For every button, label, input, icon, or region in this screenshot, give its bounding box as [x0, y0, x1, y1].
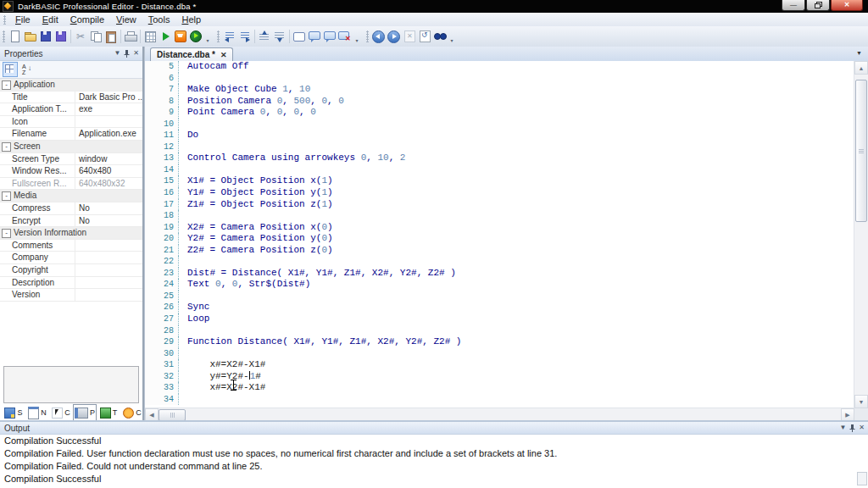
- media-grid-icon[interactable]: [142, 29, 158, 44]
- minimize-button[interactable]: —: [782, 0, 805, 11]
- panel-tab-t-4[interactable]: T: [97, 404, 120, 421]
- paste-icon[interactable]: [103, 29, 119, 44]
- property-category[interactable]: -Media: [0, 190, 142, 202]
- save-icon[interactable]: [38, 29, 53, 44]
- code-line[interactable]: 20Y2# = Camera Position y(0): [145, 233, 854, 245]
- property-value[interactable]: [75, 252, 142, 263]
- uncomment-icon[interactable]: [272, 29, 287, 44]
- toolbar-grip[interactable]: [217, 30, 220, 42]
- comment-icon[interactable]: [257, 29, 272, 44]
- restore-button[interactable]: [806, 0, 830, 11]
- code-line[interactable]: 19X2# = Camera Position x(0): [145, 222, 854, 234]
- property-value[interactable]: exe: [75, 103, 142, 115]
- open-file-icon[interactable]: [23, 29, 38, 44]
- output-close-icon[interactable]: ✕: [859, 424, 865, 431]
- code-line[interactable]: 24Text 0, 0, Str$(Dist#): [145, 279, 854, 291]
- property-row[interactable]: Application T...exe: [0, 103, 142, 116]
- code-line[interactable]: 21Z2# = Camera Position z(0): [145, 245, 854, 257]
- toolbar-overflow-icon[interactable]: ▾: [203, 28, 212, 45]
- copy-icon[interactable]: [88, 29, 103, 44]
- property-category[interactable]: -Version Information: [0, 227, 142, 240]
- find-icon[interactable]: [432, 29, 448, 44]
- property-value[interactable]: 640x480: [75, 165, 142, 177]
- scroll-up-icon[interactable]: ▲: [854, 61, 868, 75]
- menu-help[interactable]: Help: [175, 14, 207, 25]
- code-line[interactable]: 17Z1# = Object Position z(1): [145, 199, 854, 211]
- property-category[interactable]: -Screen: [0, 141, 142, 153]
- tab-close-icon[interactable]: ✕: [220, 51, 227, 59]
- property-value[interactable]: [75, 240, 142, 252]
- code-line[interactable]: 23Dist# = Distance( X1#, Y1#, Z1#, X2#, …: [145, 268, 854, 280]
- property-row[interactable]: EncryptNo: [0, 215, 142, 228]
- scroll-down-icon[interactable]: ▼: [854, 395, 868, 408]
- build-icon[interactable]: [173, 29, 188, 44]
- toolbar-overflow-icon[interactable]: ▾: [353, 28, 361, 45]
- property-row[interactable]: Copyright: [0, 264, 142, 277]
- code-line[interactable]: 6: [145, 73, 854, 85]
- property-row[interactable]: Comments: [0, 240, 142, 252]
- menu-file[interactable]: File: [9, 14, 36, 25]
- print-icon[interactable]: [123, 29, 138, 44]
- toolbar-grip[interactable]: [366, 30, 369, 42]
- sort-alphabetical-icon[interactable]: AZ↓: [20, 63, 34, 76]
- output-pin-icon[interactable]: [849, 424, 855, 432]
- property-value[interactable]: [75, 116, 142, 128]
- code-line[interactable]: 15X1# = Object Position x(1): [145, 175, 854, 187]
- save-all-icon[interactable]: [53, 29, 69, 44]
- menu-tools[interactable]: Tools: [142, 14, 176, 25]
- code-line[interactable]: 30: [145, 348, 854, 360]
- property-value[interactable]: window: [75, 153, 142, 165]
- new-file-icon[interactable]: [8, 29, 23, 44]
- code-line[interactable]: 7Make Object Cube 1, 10: [145, 84, 854, 96]
- collapse-icon[interactable]: -: [2, 229, 11, 238]
- code-line[interactable]: 31 x#=X2#-X1#: [145, 359, 854, 371]
- output-scrollbar[interactable]: [857, 472, 867, 485]
- cut-icon[interactable]: [73, 29, 88, 44]
- property-value[interactable]: [75, 264, 142, 276]
- code-editor[interactable]: 5Autocam Off67Make Object Cube 1, 108Pos…: [145, 61, 854, 408]
- property-value[interactable]: Dark Basic Pro ...: [75, 92, 142, 103]
- back-icon[interactable]: [371, 29, 387, 44]
- toolbar-overflow-icon[interactable]: ▾: [448, 28, 456, 45]
- property-value[interactable]: No: [75, 202, 142, 214]
- tab-distance-dba[interactable]: Distance.dba * ✕: [150, 47, 233, 61]
- code-line[interactable]: 16Y1# = Object Position y(1): [145, 187, 854, 199]
- toolbar-grip[interactable]: [3, 30, 5, 42]
- run-icon[interactable]: [158, 29, 173, 44]
- pin-icon[interactable]: [124, 50, 130, 58]
- code-line[interactable]: 10: [145, 119, 854, 130]
- menu-view[interactable]: View: [110, 14, 142, 25]
- code-line[interactable]: 12: [145, 141, 854, 153]
- property-category[interactable]: -Application: [0, 79, 142, 92]
- collapse-icon[interactable]: -: [2, 80, 11, 90]
- menu-compile[interactable]: Compile: [64, 14, 110, 25]
- property-row[interactable]: Company: [0, 252, 142, 264]
- code-line[interactable]: 25: [145, 291, 854, 302]
- code-line[interactable]: 28: [145, 325, 854, 337]
- panel-tab-c-2[interactable]: C: [49, 404, 73, 421]
- property-value[interactable]: [75, 277, 142, 289]
- vertical-scroll-thumb[interactable]: [855, 80, 867, 222]
- code-line[interactable]: 22: [145, 256, 854, 268]
- close-panel-icon[interactable]: ✕: [133, 50, 139, 57]
- code-line[interactable]: 29Function Distance( X1#, Y1#, Z1#, X2#,…: [145, 336, 854, 348]
- code-line[interactable]: 5Autocam Off: [145, 61, 854, 73]
- panel-tab-p-3[interactable]: P: [73, 404, 97, 421]
- close-button[interactable]: ✕: [831, 0, 863, 11]
- code-line[interactable]: 9Point Camera 0, 0, 0, 0: [145, 107, 854, 119]
- collapse-icon[interactable]: -: [2, 142, 11, 152]
- menu-edit[interactable]: Edit: [36, 14, 64, 25]
- bubble-next-icon[interactable]: [307, 29, 322, 44]
- bubble-icon[interactable]: [322, 29, 337, 44]
- property-value[interactable]: 640x480x32: [75, 178, 142, 190]
- property-value[interactable]: [75, 289, 142, 301]
- frame-icon[interactable]: [292, 29, 307, 44]
- code-line[interactable]: 33 x#=X2#-X1#: [145, 382, 854, 394]
- code-line[interactable]: 14: [145, 164, 854, 176]
- panel-tab-s-0[interactable]: S: [2, 404, 25, 421]
- property-row[interactable]: Screen Typewindow: [0, 153, 142, 166]
- property-value[interactable]: Application.exe: [75, 128, 142, 140]
- property-row[interactable]: TitleDark Basic Pro ...: [0, 92, 142, 104]
- code-line[interactable]: 18: [145, 210, 854, 222]
- code-line[interactable]: 27Loop: [145, 313, 854, 325]
